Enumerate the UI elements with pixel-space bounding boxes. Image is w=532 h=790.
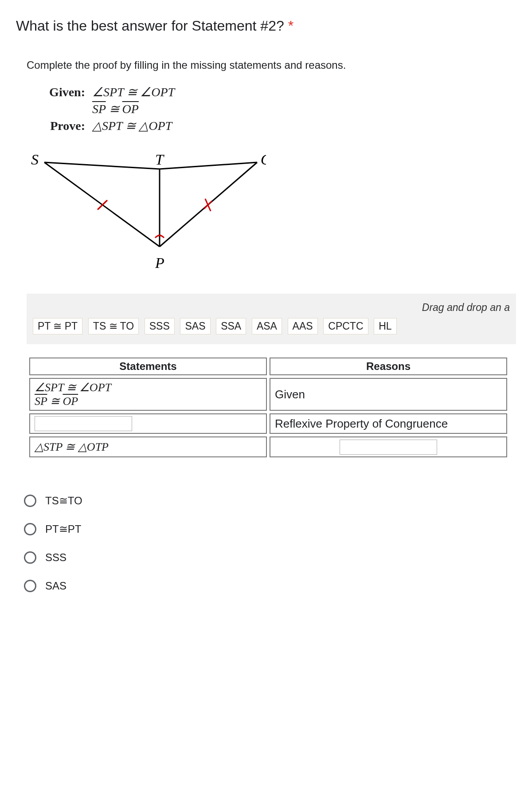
radio-icon [24,523,36,535]
radio-icon [24,495,36,507]
given-line-1: ∠SPT ≅ ∠OPT [92,84,175,101]
radio-icon [24,580,36,592]
option-ts-to[interactable]: TS≅TO [24,487,516,515]
bank-token[interactable]: CPCTC [323,318,368,334]
statement-cell-3: △STP ≅ △OTP [29,436,267,457]
prove-line: △SPT ≅ △OPT [92,118,172,134]
proof-table: Statements Reasons ∠SPT ≅ ∠OPT SP ≅ OP G… [27,355,516,460]
svg-line-3 [160,162,257,169]
answer-options: TS≅TO PT≅PT SSS SAS [24,487,516,600]
option-sas[interactable]: SAS [24,572,516,600]
statement-cell-1: ∠SPT ≅ ∠OPT SP ≅ OP [29,378,267,411]
option-sss[interactable]: SSS [24,543,516,572]
bank-token[interactable]: SAS [180,318,210,334]
svg-line-2 [44,162,160,169]
option-label: PT≅PT [45,523,81,535]
radio-icon [24,551,36,564]
vertex-label-o: O [261,151,266,168]
drag-hint: Drag and drop an a [33,302,510,314]
answer-bank: Drag and drop an a PT ≅ PT TS ≅ TO SSS S… [27,294,516,344]
vertex-label-p: P [155,255,164,271]
required-asterisk: * [288,18,293,34]
question-title: What is the best answer for Statement #2… [16,18,516,34]
prove-label: Prove: [39,118,85,134]
option-label: TS≅TO [45,495,82,507]
blank-slot-reason-3[interactable] [340,440,437,455]
given-prove-block: Given: ∠SPT ≅ ∠OPT SP ≅ OP Prove: △SPT ≅… [39,84,516,134]
bank-token[interactable]: TS ≅ TO [88,318,139,334]
question-text: What is the best answer for Statement #2… [16,18,284,34]
statements-header: Statements [29,358,267,375]
given-line-2: SP ≅ OP [92,101,139,118]
instruction-text: Complete the proof by filling in the mis… [27,59,516,71]
triangle-diagram: S T O P [27,145,516,276]
reasons-header: Reasons [270,358,507,375]
given-label: Given: [39,84,85,101]
bank-token[interactable]: HL [374,318,396,334]
vertex-label-s: S [31,151,39,168]
statement-cell-2 [29,413,267,434]
blank-slot-statement-2[interactable] [35,416,132,431]
vertex-label-t: T [155,151,164,168]
option-label: SSS [45,551,66,564]
bank-token[interactable]: AAS [288,318,318,334]
option-pt-pt[interactable]: PT≅PT [24,515,516,543]
reason-cell-1: Given [270,378,507,411]
bank-token[interactable]: SSS [145,318,175,334]
reason-cell-2: Reflexive Property of Congruence [270,413,507,434]
reason-cell-3 [270,436,507,457]
bank-token[interactable]: ASA [252,318,282,334]
bank-token[interactable]: PT ≅ PT [33,318,82,334]
option-label: SAS [45,580,66,592]
bank-token[interactable]: SSA [216,318,246,334]
